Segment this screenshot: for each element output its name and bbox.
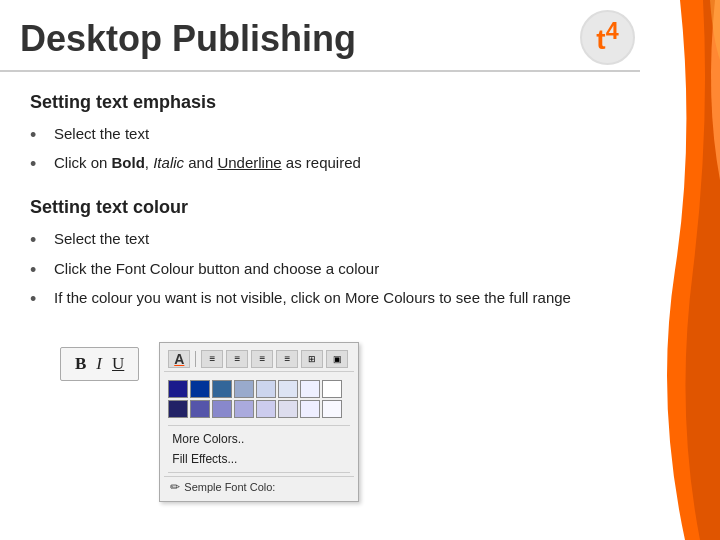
color-swatch[interactable]: [256, 380, 276, 398]
color-picker-panel: A ≡ ≡ ≡ ≡ ⊞ ▣: [159, 342, 359, 502]
list-item: • If the colour you want is not visible,…: [30, 287, 615, 312]
color-picker-popup[interactable]: A ≡ ≡ ≡ ≡ ⊞ ▣: [159, 342, 359, 502]
bullet-dot: •: [30, 123, 46, 148]
bottom-panels: B I U A ≡ ≡ ≡ ≡ ⊞ ▣: [30, 332, 615, 502]
colour-bullet-2: Click the Font Colour button and choose …: [54, 258, 379, 281]
underline-button[interactable]: U: [112, 354, 124, 374]
bullet-dot: •: [30, 258, 46, 283]
list-item: • Click on Bold, Italic and Underline as…: [30, 152, 615, 177]
list-item: • Select the text: [30, 228, 615, 253]
italic-label: Italic: [153, 154, 184, 171]
list-item: • Select the text: [30, 123, 615, 148]
font-color-icon[interactable]: A: [168, 350, 190, 368]
color-swatch[interactable]: [234, 400, 254, 418]
list-item: • Click the Font Colour button and choos…: [30, 258, 615, 283]
color-swatch-grid: [164, 376, 354, 422]
section-emphasis: Setting text emphasis • Select the text …: [30, 92, 615, 177]
align-left-icon[interactable]: ≡: [201, 350, 223, 368]
bullet-dot: •: [30, 287, 46, 312]
bold-button[interactable]: B: [75, 354, 86, 374]
more-colors-option[interactable]: More Colors..: [164, 429, 354, 449]
logo-text: t4: [596, 18, 618, 56]
table-icon[interactable]: ⊞: [301, 350, 323, 368]
pencil-icon: ✏: [170, 480, 180, 494]
italic-button[interactable]: I: [96, 354, 102, 374]
color-swatch[interactable]: [278, 400, 298, 418]
section-emphasis-heading: Setting text emphasis: [30, 92, 615, 113]
color-picker-toolbar: A ≡ ≡ ≡ ≡ ⊞ ▣: [164, 347, 354, 372]
emphasis-bullet-list: • Select the text • Click on Bold, Itali…: [30, 123, 615, 177]
colour-bullet-list: • Select the text • Click the Font Colou…: [30, 228, 615, 312]
color-picker-divider-2: [168, 472, 350, 473]
color-swatch[interactable]: [212, 380, 232, 398]
align-right-icon[interactable]: ≡: [251, 350, 273, 368]
underline-label: Underline: [217, 154, 281, 171]
page-title: Desktop Publishing: [20, 18, 620, 60]
justify-icon[interactable]: ≡: [276, 350, 298, 368]
right-decoration: [645, 0, 720, 540]
color-swatch[interactable]: [300, 380, 320, 398]
color-swatch[interactable]: [256, 400, 276, 418]
logo-superscript: 4: [606, 18, 619, 44]
color-swatch[interactable]: [168, 380, 188, 398]
color-swatch[interactable]: [190, 380, 210, 398]
emphasis-bullet-1: Select the text: [54, 123, 149, 146]
emphasis-bullet-2: Click on Bold, Italic and Underline as r…: [54, 152, 361, 175]
fill-effects-option[interactable]: Fill Effects...: [164, 449, 354, 469]
border-icon[interactable]: ▣: [326, 350, 348, 368]
color-swatch[interactable]: [322, 400, 342, 418]
color-swatch[interactable]: [322, 380, 342, 398]
color-picker-divider: [168, 425, 350, 426]
sample-font-footer: ✏ Semple Font Colo:: [164, 476, 354, 497]
bullet-dot: •: [30, 152, 46, 177]
sample-font-label: Semple Font Colo:: [184, 481, 275, 493]
align-center-icon[interactable]: ≡: [226, 350, 248, 368]
color-swatch[interactable]: [190, 400, 210, 418]
colour-bullet-1: Select the text: [54, 228, 149, 251]
color-swatch[interactable]: [212, 400, 232, 418]
page-header: Desktop Publishing: [0, 0, 640, 72]
toolbar-divider: [195, 351, 196, 367]
bullet-dot: •: [30, 228, 46, 253]
biu-panel: B I U: [30, 332, 139, 381]
section-colour: Setting text colour • Select the text • …: [30, 197, 615, 312]
color-swatch[interactable]: [300, 400, 320, 418]
logo-badge: t4: [580, 10, 635, 65]
section-colour-heading: Setting text colour: [30, 197, 615, 218]
biu-toolbar[interactable]: B I U: [60, 347, 139, 381]
bold-label: Bold: [112, 154, 145, 171]
color-swatch[interactable]: [234, 380, 254, 398]
colour-bullet-3: If the colour you want is not visible, c…: [54, 287, 571, 310]
main-content: Setting text emphasis • Select the text …: [0, 72, 645, 522]
color-swatch[interactable]: [168, 400, 188, 418]
color-swatch[interactable]: [278, 380, 298, 398]
